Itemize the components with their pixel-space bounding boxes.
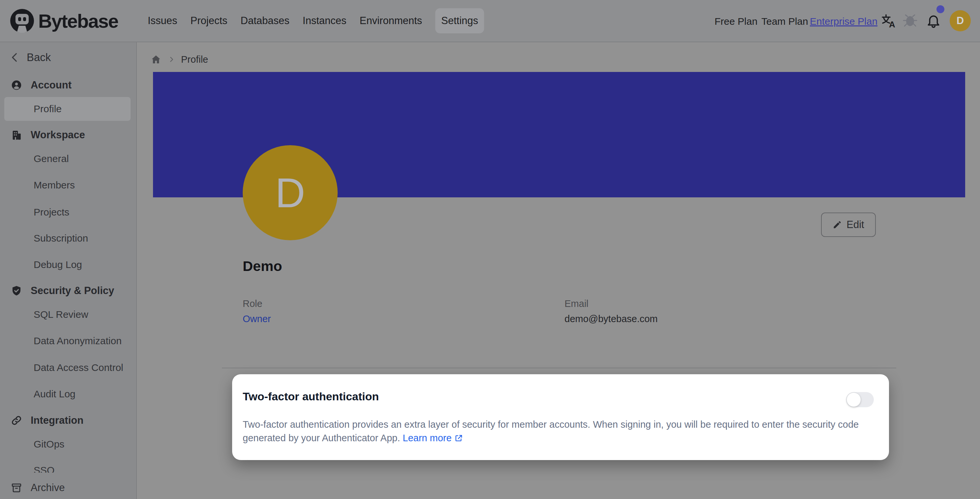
edit-button-label: Edit bbox=[846, 219, 864, 231]
two-factor-authentication-card: Two-factor authentication Two-factor aut… bbox=[232, 374, 889, 460]
shield-check-icon bbox=[11, 285, 22, 297]
sidebar-section-integration: Integration bbox=[0, 408, 136, 432]
sidebar-item-profile-selected[interactable]: Profile bbox=[0, 97, 136, 121]
link-icon bbox=[11, 415, 22, 426]
role-value-owner-link[interactable]: Owner bbox=[243, 314, 271, 324]
nav-item-instances[interactable]: Instances bbox=[303, 15, 347, 27]
sidebar-section-security-policy: Security & Policy bbox=[0, 279, 136, 303]
sidebar-section-account: Account bbox=[0, 73, 136, 97]
sidebar-scroll-area: Back Account Profile bbox=[0, 42, 136, 473]
email-label: Email bbox=[565, 298, 589, 309]
team-plan-link[interactable]: Team Plan bbox=[761, 16, 808, 27]
sidebar-item-data-access-control[interactable]: Data Access Control bbox=[0, 356, 136, 379]
sidebar-section-workspace: Workspace bbox=[0, 123, 136, 147]
translate-icon[interactable]: A bbox=[881, 13, 896, 29]
user-circle-icon bbox=[11, 80, 22, 91]
free-plan-link[interactable]: Free Plan bbox=[714, 16, 757, 27]
sidebar-item-subscription[interactable]: Subscription bbox=[0, 226, 136, 250]
profile-avatar: D bbox=[243, 145, 338, 240]
home-icon[interactable] bbox=[150, 53, 162, 65]
two-factor-toggle-off[interactable] bbox=[846, 392, 874, 407]
sidebar-item-sso[interactable]: SSO bbox=[0, 458, 136, 473]
breadcrumb-current-page: Profile bbox=[181, 54, 208, 65]
nav-item-databases[interactable]: Databases bbox=[241, 15, 290, 27]
nav-item-settings-selected[interactable]: Settings bbox=[435, 8, 484, 33]
pencil-icon bbox=[833, 220, 842, 230]
building-icon bbox=[11, 129, 22, 140]
back-label: Back bbox=[27, 51, 51, 64]
sidebar-item-gitops[interactable]: GitOps bbox=[0, 432, 136, 456]
bytebase-logo[interactable]: Bytebase bbox=[10, 9, 118, 33]
main-nav-links: Issues Projects Databases Instances Envi… bbox=[148, 0, 484, 41]
sidebar-item-debug-log[interactable]: Debug Log bbox=[0, 253, 136, 277]
toggle-knob bbox=[846, 392, 861, 407]
nav-item-environments[interactable]: Environments bbox=[360, 15, 422, 27]
sidebar-item-archive[interactable]: Archive bbox=[0, 476, 136, 499]
section-label-security-policy: Security & Policy bbox=[31, 285, 114, 297]
sidebar-item-projects[interactable]: Projects bbox=[0, 200, 136, 224]
profile-name: Demo bbox=[243, 258, 282, 274]
bytebase-logo-icon bbox=[10, 9, 34, 33]
settings-sidebar: Back Account Profile bbox=[0, 42, 137, 499]
section-divider bbox=[222, 368, 896, 368]
section-label-workspace: Workspace bbox=[31, 129, 85, 141]
bug-report-icon[interactable] bbox=[903, 14, 918, 30]
bytebase-wordmark: Bytebase bbox=[38, 10, 118, 32]
breadcrumb: Profile bbox=[150, 50, 208, 69]
breadcrumb-chevron-icon bbox=[168, 56, 175, 63]
sidebar-item-general[interactable]: General bbox=[0, 147, 136, 171]
sidebar-item-members[interactable]: Members bbox=[0, 173, 136, 197]
sidebar-item-audit-log[interactable]: Audit Log bbox=[0, 382, 136, 406]
notification-bell-icon[interactable] bbox=[926, 13, 941, 29]
learn-more-link[interactable]: Learn more bbox=[402, 433, 463, 443]
nav-item-projects[interactable]: Projects bbox=[191, 15, 228, 27]
section-label-account: Account bbox=[31, 79, 72, 91]
selected-item-highlight bbox=[4, 97, 130, 121]
back-button[interactable]: Back bbox=[0, 46, 136, 69]
sidebar-item-label: Profile bbox=[33, 103, 62, 115]
archive-box-icon bbox=[11, 482, 22, 493]
sidebar-item-sql-review[interactable]: SQL Review bbox=[0, 303, 136, 327]
top-navigation-bar: Bytebase Issues Projects Databases Insta… bbox=[0, 0, 980, 42]
email-value: demo@bytebase.com bbox=[565, 314, 658, 324]
user-avatar-small[interactable]: D bbox=[950, 10, 971, 31]
sidebar-item-data-anonymization[interactable]: Data Anonymization bbox=[0, 329, 136, 353]
chevron-left-icon bbox=[9, 52, 21, 63]
edit-profile-button[interactable]: Edit bbox=[821, 212, 876, 237]
external-link-icon bbox=[454, 433, 463, 446]
nav-item-issues[interactable]: Issues bbox=[148, 15, 177, 27]
bytebase-app: Bytebase Issues Projects Databases Insta… bbox=[0, 0, 980, 499]
notification-unread-dot bbox=[937, 5, 944, 13]
svg-text:A: A bbox=[889, 19, 895, 29]
role-label: Role bbox=[243, 298, 262, 309]
two-factor-title: Two-factor authentication bbox=[243, 390, 379, 403]
archive-label: Archive bbox=[31, 482, 65, 494]
two-factor-description: Two-factor authentication provides an ex… bbox=[243, 418, 884, 446]
section-label-integration: Integration bbox=[31, 415, 83, 426]
enterprise-plan-link[interactable]: Enterprise Plan bbox=[810, 16, 877, 27]
